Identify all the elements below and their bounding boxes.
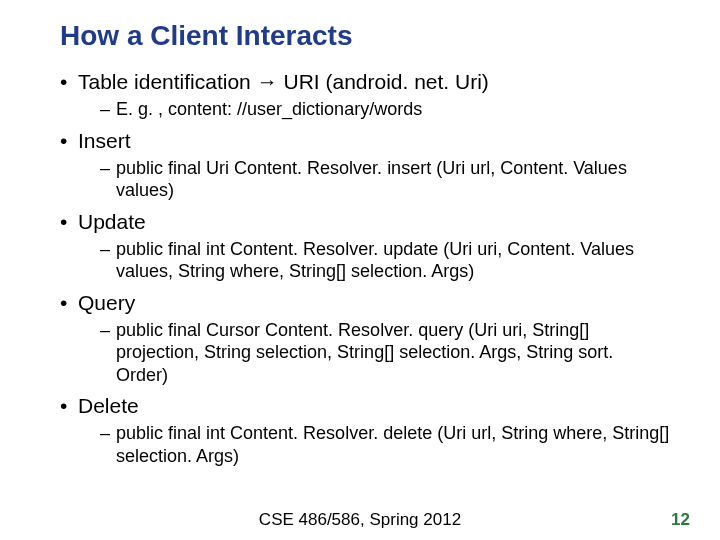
sublist: public final Uri Content. Resolver. inse…: [78, 157, 670, 202]
sublist: public final int Content. Resolver. dele…: [78, 422, 670, 467]
sub-bullet: public final int Content. Resolver. upda…: [100, 238, 670, 283]
arrow-icon: →: [257, 70, 278, 93]
slide-title: How a Client Interacts: [60, 20, 670, 52]
bullet-text: Query: [78, 291, 135, 314]
bullet-text: Delete: [78, 394, 139, 417]
bullet-text: Insert: [78, 129, 131, 152]
slide-body: How a Client Interacts Table identificat…: [0, 0, 720, 467]
bullet-list: Table identification → URI (android. net…: [60, 70, 670, 467]
bullet-insert: Insert public final Uri Content. Resolve…: [60, 129, 670, 202]
bullet-update: Update public final int Content. Resolve…: [60, 210, 670, 283]
sublist: public final int Content. Resolver. upda…: [78, 238, 670, 283]
bullet-query: Query public final Cursor Content. Resol…: [60, 291, 670, 387]
bullet-table-id: Table identification → URI (android. net…: [60, 70, 670, 121]
sublist: public final Cursor Content. Resolver. q…: [78, 319, 670, 387]
sublist: E. g. , content: //user_dictionary/words: [78, 98, 670, 121]
sub-bullet: E. g. , content: //user_dictionary/words: [100, 98, 670, 121]
bullet-text: Table identification: [78, 70, 257, 93]
page-number: 12: [671, 510, 690, 530]
bullet-delete: Delete public final int Content. Resolve…: [60, 394, 670, 467]
sub-bullet: public final int Content. Resolver. dele…: [100, 422, 670, 467]
bullet-text-after: URI (android. net. Uri): [278, 70, 489, 93]
sub-bullet: public final Cursor Content. Resolver. q…: [100, 319, 670, 387]
footer-text: CSE 486/586, Spring 2012: [0, 510, 720, 530]
bullet-text: Update: [78, 210, 146, 233]
sub-bullet: public final Uri Content. Resolver. inse…: [100, 157, 670, 202]
